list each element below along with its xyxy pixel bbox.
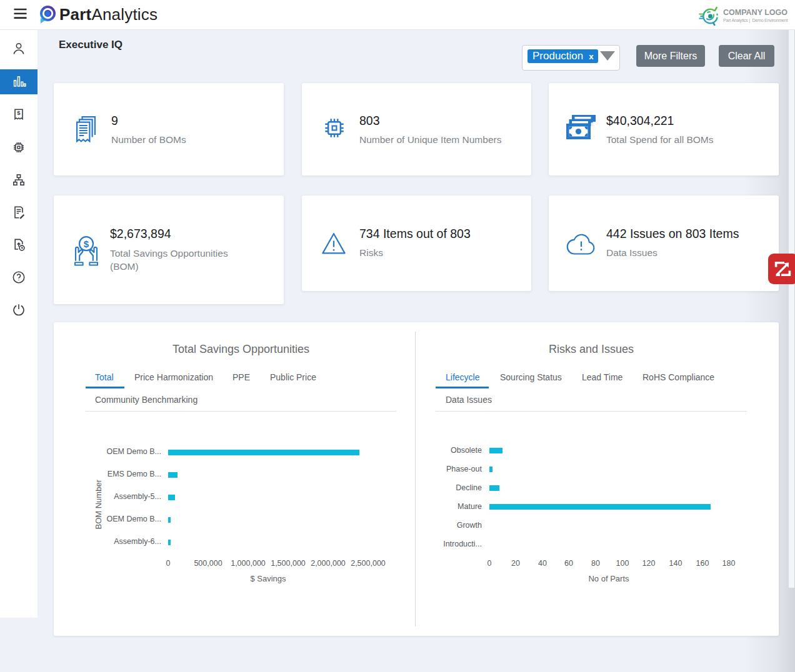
svg-text:$: $ xyxy=(84,239,89,249)
svg-text:$: $ xyxy=(17,109,21,116)
